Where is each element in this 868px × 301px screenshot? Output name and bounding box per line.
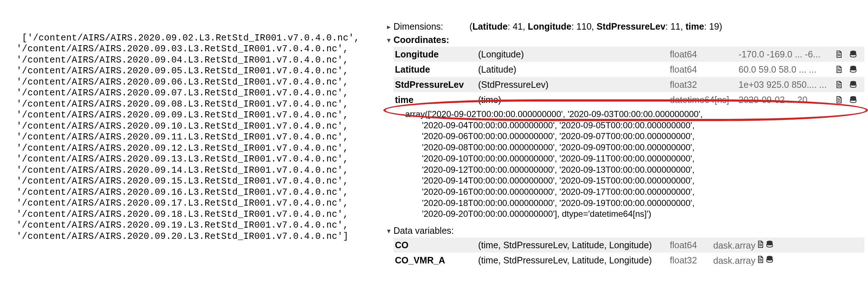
coordinates-label: Coordinates: [393,35,469,45]
array-line: '2020-09-08T00:00:00.000000000', '2020-0… [405,142,864,153]
array-line: '2020-09-14T00:00:00.000000000', '2020-0… [405,175,864,186]
coord-preview: 2020-09-02 ... 20... [739,95,834,105]
coord-dims: (time) [478,95,670,105]
attrs-icon[interactable] [834,50,843,59]
dimensions-label: Dimensions: [393,21,469,32]
data-icon[interactable] [848,50,858,59]
expand-arrow-icon[interactable]: ▾ [387,36,393,44]
coord-row-stdpressurelev[interactable]: StdPressureLev(StdPressureLev)float321e+… [393,77,864,92]
file-list-output: ['/content/AIRS/AIRS.2020.09.02.L3.RetSt… [0,0,376,301]
data-icon[interactable] [765,240,774,249]
data-variables-table: CO(time, StdPressureLev, Latitude, Longi… [393,237,864,268]
dimensions-section[interactable]: ▸ Dimensions: (Latitude: 41, Longitude: … [387,20,864,33]
datavar-name: CO_VMR_A [395,255,478,266]
coord-dtype: datetime64[ns] [670,95,739,105]
array-line: '2020-09-20T00:00:00.000000000'], dtype=… [405,208,864,220]
expand-arrow-icon[interactable]: ▾ [387,227,393,235]
attrs-icon[interactable] [834,80,843,89]
coord-dtype: float64 [670,49,739,60]
attrs-icon[interactable] [756,255,765,264]
coord-dims: (Longitude) [478,49,670,60]
xarray-repr: ▸ Dimensions: (Latitude: 41, Longitude: … [376,0,868,301]
coord-dims: (Latitude) [478,64,670,75]
datavar-preview: dask.array [713,255,834,266]
data-icon[interactable] [765,255,774,264]
datavar-row-co_vmr_a[interactable]: CO_VMR_A(time, StdPressureLev, Latitude,… [393,253,864,268]
datavar-dims: (time, StdPressureLev, Latitude, Longitu… [478,255,670,266]
coord-preview: -170.0 -169.0 ... -6... [739,49,834,60]
coord-preview: 60.0 59.0 58.0 ... ... [739,64,834,75]
datavar-dtype: float64 [670,240,713,250]
array-line: '2020-09-06T00:00:00.000000000', '2020-0… [405,131,864,142]
attrs-icon[interactable] [834,65,843,74]
array-line: '2020-09-04T00:00:00.000000000', '2020-0… [405,120,864,131]
data-icon[interactable] [848,65,858,74]
coord-row-time[interactable]: time(time)datetime64[ns]2020-09-02 ... 2… [393,92,864,107]
array-line: '2020-09-16T00:00:00.000000000', '2020-0… [405,186,864,198]
data-variables-label: Data variables: [393,225,469,236]
datavar-name: CO [395,240,478,250]
time-array-expanded: array(['2020-09-02T00:00:00.000000000', … [405,107,864,224]
coordinates-table: Longitude(Longitude)float64-170.0 -169.0… [393,47,864,107]
array-line: '2020-09-10T00:00:00.000000000', '2020-0… [405,153,864,164]
coord-name: Longitude [395,49,478,60]
coord-dtype: float64 [670,64,739,75]
coord-row-latitude[interactable]: Latitude(Latitude)float6460.0 59.0 58.0 … [393,62,864,77]
datavar-preview: dask.array [713,240,834,251]
attrs-icon[interactable] [756,240,765,249]
coord-row-longitude[interactable]: Longitude(Longitude)float64-170.0 -169.0… [393,47,864,62]
bracket-open: [ [22,33,27,43]
data-icon[interactable] [848,80,858,89]
coord-dims: (StdPressureLev) [478,79,670,90]
datavar-row-co[interactable]: CO(time, StdPressureLev, Latitude, Longi… [393,237,864,253]
data-variables-section[interactable]: ▾ Data variables: [387,224,864,237]
collapse-arrow-icon[interactable]: ▸ [387,22,393,31]
coord-dtype: float32 [670,79,739,90]
coord-preview: 1e+03 925.0 850.... ... [739,79,834,90]
array-line: array(['2020-09-02T00:00:00.000000000', … [405,109,864,120]
data-icon[interactable] [848,95,858,104]
datavar-dims: (time, StdPressureLev, Latitude, Longitu… [478,240,670,250]
coord-name: StdPressureLev [395,79,478,90]
attrs-icon[interactable] [834,95,843,104]
array-line: '2020-09-12T00:00:00.000000000', '2020-0… [405,164,864,176]
datavar-dtype: float32 [670,255,713,266]
coord-name: Latitude [395,64,478,75]
dimensions-values: (Latitude: 41, Longitude: 110, StdPressu… [469,21,722,32]
array-line: '2020-09-18T00:00:00.000000000', '2020-0… [405,198,864,209]
coord-name: time [395,95,478,105]
coordinates-section[interactable]: ▾ Coordinates: [387,33,864,47]
